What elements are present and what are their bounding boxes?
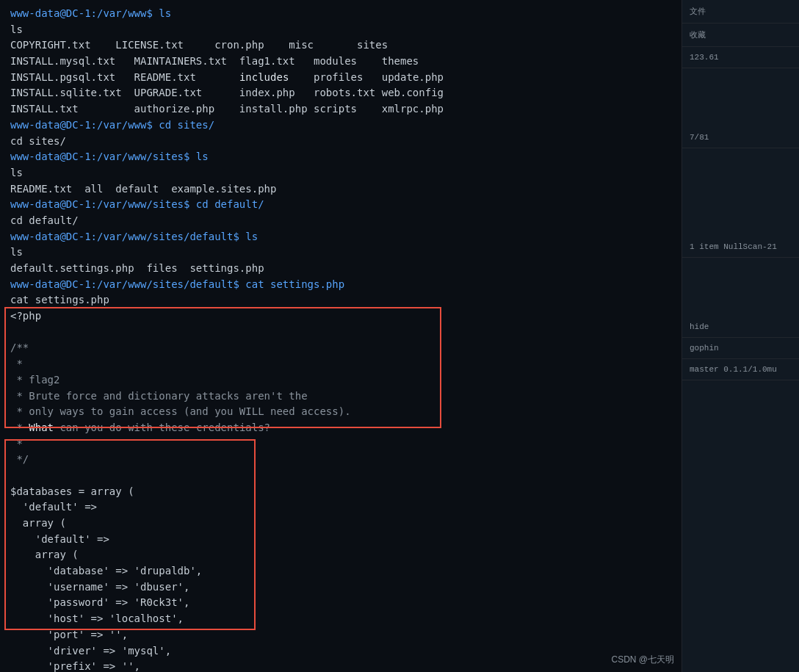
output-ls3: ls xyxy=(10,246,23,258)
sidebar-right-item-3[interactable]: 123.61 xyxy=(682,47,799,68)
sidebar-spacer-3 xyxy=(682,258,799,317)
watermark: CSDN @七天明 xyxy=(611,654,674,666)
prompt-3: www-data@DC-1:/var/www/sites$ ls xyxy=(10,151,209,162)
prompt-6: www-data@DC-1:/var/www/sites/default$ ca… xyxy=(10,278,344,290)
sidebar-label-gophin: gophin xyxy=(690,344,792,353)
prompt-4: www-data@DC-1:/var/www/sites$ cd default… xyxy=(10,198,264,210)
sidebar-label-4: 7/81 xyxy=(690,133,792,142)
terminal-output: www-data@DC-1:/var/www$ ls ls COPYRIGHT.… xyxy=(10,6,671,672)
output-files-5: INSTALL.txt authorize.php install.php sc… xyxy=(10,103,444,115)
terminal-content: www-data@DC-1:/var/www$ ls ls COPYRIGHT.… xyxy=(0,0,682,672)
output-files-3: INSTALL.pgsql.txt README.txt includes pr… xyxy=(10,71,444,83)
prompt-5: www-data@DC-1:/var/www/sites/default$ ls xyxy=(10,231,258,242)
right-sidebar: 文件 收藏 123.61 7/81 1 item NullScan-21 hid… xyxy=(682,0,799,672)
sidebar-label-1: 文件 xyxy=(690,6,792,17)
sidebar-spacer-1 xyxy=(682,68,799,127)
sidebar-right-item-7[interactable]: gophin xyxy=(682,338,799,359)
output-cat: cat settings.php xyxy=(10,294,109,306)
sidebar-label-3: 123.61 xyxy=(690,53,792,62)
sidebar-right-item-6[interactable]: hide xyxy=(682,317,799,338)
output-files-2: INSTALL.mysql.txt MAINTAINERS.txt flag1.… xyxy=(10,55,419,67)
output-cd1: cd sites/ xyxy=(10,135,66,147)
output-files-4: INSTALL.sqlite.txt UPGRADE.txt index.php… xyxy=(10,87,444,98)
comment-block: /** * * flag2 * Brute force and dictiona… xyxy=(10,342,351,465)
sidebar-right-item-2[interactable]: 收藏 xyxy=(682,24,799,47)
sidebar-label-hide: hide xyxy=(690,322,792,331)
sidebar-right-item-4[interactable]: 7/81 xyxy=(682,127,799,148)
sidebar-spacer-2 xyxy=(682,148,799,236)
prompt-1: www-data@DC-1:/var/www$ ls xyxy=(10,7,171,19)
sidebar-label-master: master 0.1.1/1.0mu xyxy=(690,365,792,374)
output-cd2: cd default/ xyxy=(10,214,79,226)
output-php-open: <?php xyxy=(10,310,41,322)
terminal-window: www-data@DC-1:/var/www$ ls ls COPYRIGHT.… xyxy=(0,0,799,672)
sidebar-right-item-1[interactable]: 文件 xyxy=(682,0,799,24)
code-databases: $databases = array ( 'default' => array … xyxy=(10,485,202,672)
prompt-2: www-data@DC-1:/var/www$ cd sites/ xyxy=(10,119,214,131)
output-ls: ls xyxy=(10,24,23,35)
sidebar-label-2: 收藏 xyxy=(690,29,792,40)
sidebar-right-item-5[interactable]: 1 item NullScan-21 xyxy=(682,236,799,258)
output-default-files: default.settings.php files settings.php xyxy=(10,262,264,274)
output-files-1: COPYRIGHT.txt LICENSE.txt cron.php misc … xyxy=(10,39,388,51)
output-sites: README.txt all default example.sites.php xyxy=(10,183,276,195)
output-ls2: ls xyxy=(10,167,23,178)
sidebar-label-nullscan: 1 item NullScan-21 xyxy=(690,242,792,251)
sidebar-right-item-8[interactable]: master 0.1.1/1.0mu xyxy=(682,359,799,380)
